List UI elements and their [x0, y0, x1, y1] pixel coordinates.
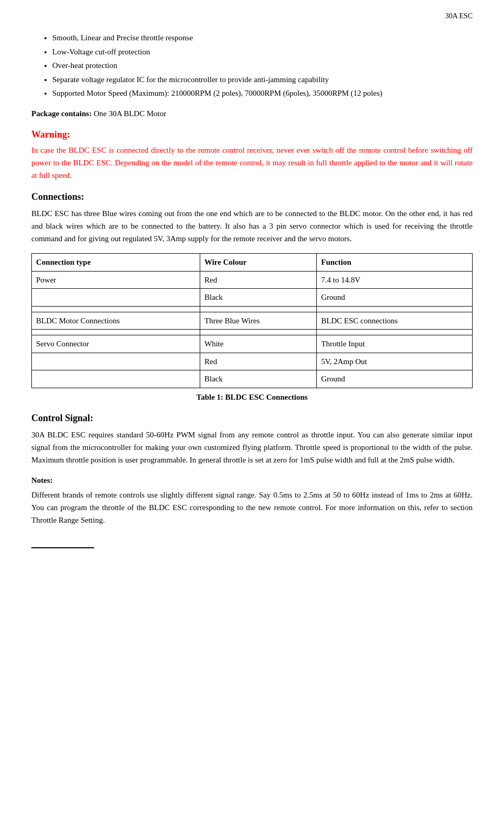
table-cell	[32, 289, 200, 307]
table-row: Red5V, 2Amp Out	[32, 353, 473, 370]
table-cell: Power	[32, 271, 200, 289]
table-row: BlackGround	[32, 370, 473, 388]
table-row: BLDC Motor ConnectionsThree Blue WiresBL…	[32, 312, 473, 330]
feature-list: Smooth, Linear and Precise throttle resp…	[52, 32, 473, 99]
bullet-item: Separate voltage regulator IC for the mi…	[52, 74, 473, 86]
warning-title: Warning:	[31, 128, 473, 142]
table-cell: Ground	[317, 370, 473, 388]
table-cell: Servo Connector	[32, 335, 200, 353]
bottom-divider	[31, 547, 94, 548]
control-signal-body: 30A BLDC ESC requires standard 50-60Hz P…	[31, 428, 473, 466]
table-cell: White	[200, 335, 316, 353]
connections-table: Connection typeWire ColourFunction Power…	[31, 253, 473, 388]
table-header-cell: Function	[317, 254, 473, 272]
warning-body: In case the BLDC ESC is connected direct…	[31, 144, 473, 182]
table-header-row: Connection typeWire ColourFunction	[32, 254, 473, 272]
bullet-item: Low-Voltage cut-off protection	[52, 46, 473, 58]
control-signal-section: Control Signal: 30A BLDC ESC requires st…	[31, 411, 473, 466]
table-cell: Red	[200, 271, 316, 289]
package-contains: Package contains: One 30A BLDC Motor	[31, 108, 473, 120]
table-row: Servo ConnectorWhiteThrottle Input	[32, 335, 473, 353]
table-cell: 7.4 to 14.8V	[317, 271, 473, 289]
table-cell	[32, 330, 200, 335]
notes-section: Notes: Different brands of remote contro…	[31, 475, 473, 526]
table-cell	[200, 306, 316, 312]
table-row: PowerRed7.4 to 14.8V	[32, 271, 473, 289]
connections-section: Connections: BLDC ESC has three Blue wir…	[31, 190, 473, 245]
table-row: BlackGround	[32, 289, 473, 307]
notes-title: Notes:	[31, 475, 473, 487]
table-cell: Throttle Input	[317, 335, 473, 353]
warning-section: Warning: In case the BLDC ESC is connect…	[31, 128, 473, 182]
table-cell	[32, 353, 200, 370]
table-cell: Black	[200, 370, 316, 388]
connections-body: BLDC ESC has three Blue wires coming out…	[31, 207, 473, 245]
page-header: 30A ESC	[31, 10, 473, 21]
table-cell: 5V, 2Amp Out	[317, 353, 473, 370]
connections-title: Connections:	[31, 190, 473, 204]
table-cell	[32, 306, 200, 312]
table-body: PowerRed7.4 to 14.8VBlackGroundBLDC Moto…	[32, 271, 473, 388]
control-signal-title: Control Signal:	[31, 411, 473, 425]
bullet-item: Smooth, Linear and Precise throttle resp…	[52, 32, 473, 44]
table-row	[32, 330, 473, 335]
table-cell	[32, 370, 200, 388]
notes-body: Different brands of remote controls use …	[31, 489, 473, 526]
table-cell: BLDC Motor Connections	[32, 312, 200, 330]
table-caption: Table 1: BLDC ESC Connections	[31, 391, 473, 403]
table-cell: Black	[200, 289, 316, 307]
table-cell: Red	[200, 353, 316, 370]
table-cell: Three Blue Wires	[200, 312, 316, 330]
table-cell: Ground	[317, 289, 473, 307]
connections-table-section: Connection typeWire ColourFunction Power…	[31, 253, 473, 403]
table-header-cell: Connection type	[32, 254, 200, 272]
table-cell: BLDC ESC connections	[317, 312, 473, 330]
table-header-cell: Wire Colour	[200, 254, 316, 272]
bullet-item: Over-heat protection	[52, 60, 473, 72]
table-cell	[200, 330, 316, 335]
table-row	[32, 306, 473, 312]
bullet-item: Supported Motor Speed (Maximum): 210000R…	[52, 87, 473, 99]
table-cell	[317, 306, 473, 312]
table-cell	[317, 330, 473, 335]
